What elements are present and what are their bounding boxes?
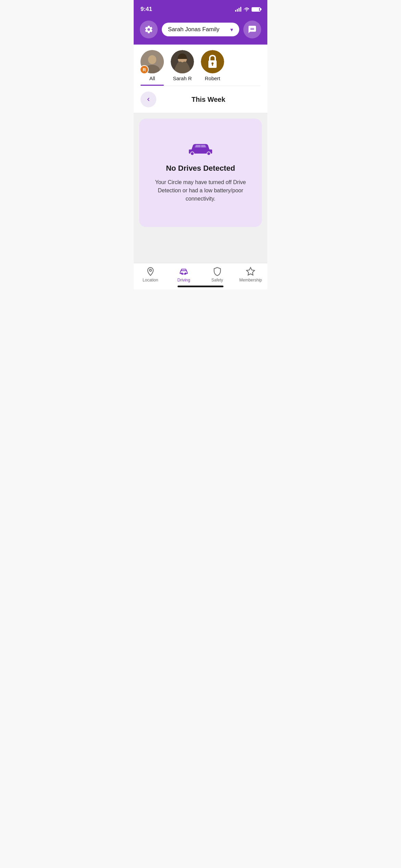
- no-drives-card: No Drives Detected Your Circle may have …: [139, 119, 262, 227]
- location-icon: [146, 267, 155, 276]
- svg-point-9: [191, 152, 194, 155]
- chevron-down-icon: ▾: [230, 26, 233, 33]
- car-icon: [187, 139, 214, 157]
- battery-icon: [252, 7, 260, 12]
- svg-rect-8: [212, 64, 213, 66]
- svg-point-10: [207, 152, 210, 155]
- no-drives-subtitle: Your Circle may have turned off Drive De…: [149, 178, 252, 203]
- tab-membership[interactable]: Membership: [234, 267, 268, 282]
- membership-icon: [246, 267, 255, 276]
- tab-driving-label: Driving: [178, 278, 190, 282]
- chevron-left-icon: [145, 96, 152, 103]
- tab-location-label: Location: [143, 278, 158, 282]
- member-all-name: All: [149, 75, 155, 81]
- header: Sarah Jonas Family ▾: [134, 17, 267, 45]
- tab-safety-label: Safety: [211, 278, 223, 282]
- no-drives-title: No Drives Detected: [166, 164, 235, 173]
- wifi-icon: [243, 7, 250, 12]
- svg-point-12: [181, 273, 183, 274]
- week-title: This Week: [156, 96, 260, 104]
- svg-point-1: [148, 55, 156, 64]
- chat-button[interactable]: [243, 21, 261, 38]
- member-robert-avatar-wrapper: [201, 50, 224, 73]
- member-all-badge: R: [140, 65, 149, 74]
- members-list: R All: [141, 50, 260, 86]
- status-bar: 9:41: [134, 0, 267, 17]
- family-selector[interactable]: Sarah Jonas Family ▾: [162, 23, 239, 36]
- member-all-avatar-wrapper: R: [141, 50, 164, 73]
- status-icons: [235, 7, 260, 12]
- tab-membership-label: Membership: [239, 278, 262, 282]
- member-sarah-avatar: [171, 50, 194, 73]
- member-robert-avatar: [201, 50, 224, 73]
- member-all[interactable]: R All: [141, 50, 164, 86]
- safety-icon: [212, 267, 222, 276]
- member-sarah-avatar-wrapper: [171, 50, 194, 73]
- member-sarah[interactable]: Sarah R: [171, 50, 194, 81]
- home-indicator: [178, 286, 223, 287]
- svg-point-13: [185, 273, 186, 274]
- member-all-indicator: [141, 85, 164, 86]
- tab-safety[interactable]: Safety: [200, 267, 234, 282]
- week-nav: This Week: [134, 86, 267, 113]
- family-selector-text: Sarah Jonas Family: [168, 26, 228, 33]
- prev-week-button[interactable]: [141, 92, 156, 107]
- member-sarah-name: Sarah R: [173, 75, 192, 81]
- member-robert[interactable]: Robert: [201, 50, 224, 81]
- gear-icon: [144, 25, 153, 34]
- content-area: No Drives Detected Your Circle may have …: [134, 113, 267, 232]
- member-robert-name: Robert: [205, 75, 220, 81]
- members-section: R All: [134, 45, 267, 86]
- settings-button[interactable]: [140, 21, 158, 38]
- status-time: 9:41: [141, 6, 152, 13]
- svg-point-11: [149, 269, 151, 272]
- chat-icon: [248, 25, 257, 34]
- tab-driving[interactable]: Driving: [167, 267, 201, 282]
- driving-icon: [179, 267, 189, 276]
- sarah-avatar-icon: [171, 50, 194, 73]
- robert-avatar-icon: [201, 50, 224, 73]
- tab-location[interactable]: Location: [134, 267, 167, 282]
- scrollable-content: R All: [134, 45, 267, 289]
- signal-bars-icon: [235, 7, 241, 12]
- car-svg: [187, 139, 214, 156]
- app-container: 9:41 Sarah Jonas Fa: [134, 0, 267, 289]
